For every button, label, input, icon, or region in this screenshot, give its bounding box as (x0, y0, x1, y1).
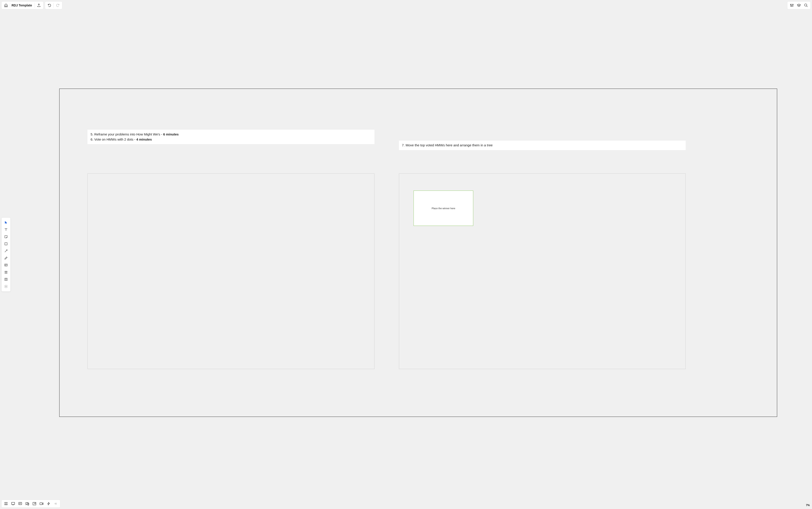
pen-tool[interactable] (2, 254, 10, 262)
shape-tool[interactable] (2, 240, 10, 247)
svg-rect-10 (19, 502, 22, 505)
instruction-line-2-prefix: 6. Vote on HMWs with 2 dots - (91, 137, 136, 141)
select-tool[interactable] (2, 219, 10, 226)
home-button[interactable] (2, 2, 9, 9)
learning-center-button[interactable] (796, 2, 803, 9)
export-button[interactable] (35, 2, 42, 9)
svg-rect-6 (5, 264, 7, 266)
upload-tool[interactable] (2, 276, 10, 283)
frame-tool[interactable] (2, 269, 10, 276)
undo-button[interactable] (46, 2, 53, 9)
work-area-right[interactable]: Place the winner here (399, 173, 686, 369)
instruction-line-1: 5. Reframe your problems into How Might … (91, 132, 372, 137)
svg-point-2 (793, 4, 793, 5)
svg-rect-12 (40, 503, 42, 505)
board-title[interactable]: RDJ Template (11, 4, 34, 7)
comment-tool[interactable] (2, 262, 10, 269)
svg-point-1 (791, 6, 792, 6)
video-chat-button[interactable] (38, 500, 45, 507)
collapse-toolbar-button[interactable] (52, 500, 59, 507)
top-right-toolbar (787, 1, 811, 9)
redo-button[interactable] (54, 2, 61, 9)
frames-panel-button[interactable] (3, 500, 9, 507)
settings-button[interactable] (788, 2, 796, 9)
main-toolbar-group: RDJ Template (1, 1, 43, 9)
text-tool[interactable] (2, 226, 10, 233)
work-area-left[interactable] (87, 173, 375, 369)
connection-line-tool[interactable] (2, 247, 10, 254)
presentation-button[interactable] (10, 500, 16, 507)
zoom-level[interactable]: 7% (806, 504, 810, 507)
instruction-line-2-bold: 4 minutes (136, 137, 152, 141)
instruction-line-2: 6. Vote on HMWs with 2 dots - 4 minutes (91, 137, 372, 142)
search-button[interactable] (803, 2, 810, 9)
svg-marker-4 (5, 221, 7, 224)
instruction-line-1-prefix: 5. Reframe your problems into How Might … (91, 132, 163, 136)
svg-point-0 (790, 4, 791, 5)
history-toolbar-group (45, 1, 62, 9)
instruction-box-right[interactable]: 7. Move the top voted HMWs here and arra… (399, 141, 686, 150)
canvas-frame[interactable]: 5. Reframe your problems into How Might … (59, 89, 777, 417)
svg-rect-5 (5, 243, 7, 245)
bottom-left-toolbar (1, 500, 60, 508)
activities-button[interactable] (45, 500, 52, 507)
instruction-line-1-bold: 6 minutes (163, 132, 179, 136)
settings-toolbar-group (787, 1, 811, 9)
left-toolbox (1, 217, 11, 292)
instruction-box-left[interactable]: 5. Reframe your problems into How Might … (87, 130, 375, 144)
screen-share-button[interactable] (31, 500, 37, 507)
comments-panel-button[interactable] (17, 500, 23, 507)
winner-placeholder-box[interactable]: Place the winner here (414, 191, 473, 226)
svg-point-3 (805, 4, 807, 6)
toolbar-divider (35, 3, 35, 8)
svg-rect-9 (11, 502, 15, 505)
more-tools-button[interactable] (2, 283, 10, 290)
top-left-toolbar: RDJ Template (1, 1, 62, 9)
toolbar-divider (54, 3, 54, 8)
chat-button[interactable] (24, 500, 30, 507)
sticky-note-tool[interactable] (2, 233, 10, 240)
